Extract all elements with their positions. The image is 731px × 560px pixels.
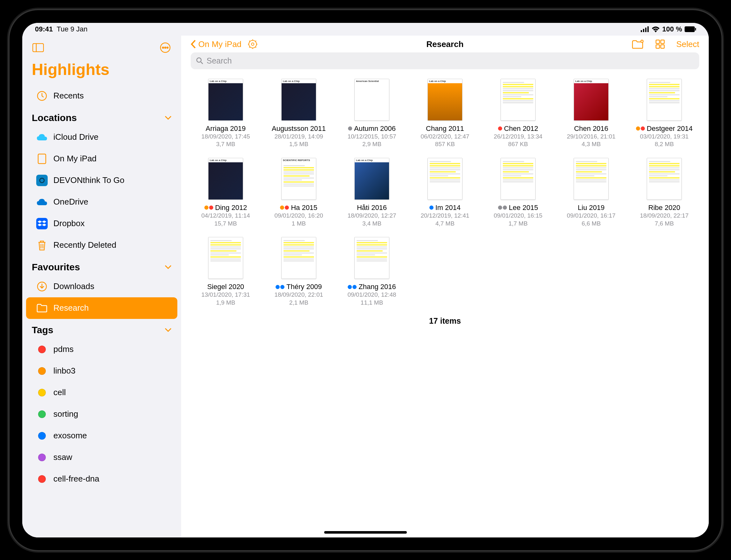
search-icon	[196, 57, 203, 64]
sidebar-item-label: Downloads	[53, 281, 94, 291]
file-item[interactable]: Siegel 2020 13/01/2020, 17:31 1,9 MB	[194, 237, 257, 307]
tag-dots	[636, 126, 645, 131]
tag-dots	[280, 206, 289, 210]
sidebar-tag-cell-free-dna[interactable]: cell-free-dna	[26, 468, 177, 490]
sidebar-tag-linbo3[interactable]: linbo3	[26, 360, 177, 382]
onedrive-icon	[36, 196, 48, 208]
sidebar-item-onedrive[interactable]: OneDrive	[26, 191, 177, 213]
sidebar-item-label: iCloud Drive	[53, 132, 98, 142]
sidebar: Highlights Recents Locations	[22, 36, 181, 537]
tag-dots	[275, 285, 284, 289]
page-title: Research	[426, 39, 464, 49]
file-thumbnail: SCIENTIFIC REPORTS	[281, 158, 316, 200]
svg-point-11	[167, 47, 168, 48]
item-count: 17 items	[194, 307, 696, 332]
file-size: 8,2 MB	[655, 140, 674, 148]
search-placeholder: Search	[206, 56, 232, 65]
sidebar-item-downloads[interactable]: Downloads	[26, 276, 177, 297]
back-button[interactable]: On My iPad	[191, 39, 257, 49]
wifi-icon	[652, 26, 660, 32]
sidebar-item-devonthink[interactable]: DEVONthink To Go	[26, 170, 177, 191]
search-input[interactable]: Search	[191, 52, 699, 69]
svg-rect-2	[645, 28, 646, 32]
sidebar-toggle-icon[interactable]	[32, 41, 44, 54]
file-item[interactable]: Destgeer 2014 03/01/2020, 19:31 8,2 MB	[633, 79, 696, 148]
sidebar-tag-cell[interactable]: cell	[26, 382, 177, 403]
file-thumbnail	[647, 79, 682, 121]
file-item[interactable]: Lab on a Chip Augustsson 2011 28/01/2019…	[267, 79, 330, 148]
file-item[interactable]: Ribe 2020 18/09/2020, 22:17 7,6 MB	[633, 158, 696, 227]
sidebar-item-label: Dropbox	[53, 219, 85, 228]
file-size: 2,9 MB	[362, 140, 382, 148]
file-date: 20/12/2019, 12:41	[421, 212, 469, 220]
file-date: 13/01/2020, 17:31	[201, 291, 250, 299]
file-item[interactable]: Lab on a Chip Chen 2016 29/10/2016, 21:0…	[559, 79, 623, 148]
file-date: 06/02/2020, 12:47	[421, 133, 469, 141]
svg-rect-24	[661, 40, 664, 44]
file-item[interactable]: Lab on a Chip Chang 2011 06/02/2020, 12:…	[413, 79, 477, 148]
file-size: 6,6 MB	[582, 220, 601, 228]
file-size: 11,1 MB	[361, 299, 383, 307]
file-size: 7,6 MB	[655, 220, 674, 228]
svg-rect-0	[641, 30, 642, 32]
file-item[interactable]: Lab on a Chip Ding 2012 04/12/2019, 11:1…	[194, 158, 257, 227]
svg-rect-13	[38, 154, 46, 164]
file-item[interactable]: Lee 2015 09/01/2020, 16:15 1,7 MB	[486, 158, 550, 227]
sidebar-item-label: exosome	[53, 431, 87, 441]
file-name: Ding 2012	[215, 204, 247, 212]
svg-rect-1	[643, 29, 644, 32]
file-date: 04/12/2019, 11:14	[201, 212, 250, 220]
sidebar-item-on-my-ipad[interactable]: On My iPad	[26, 148, 177, 170]
view-grid-icon[interactable]	[655, 39, 665, 49]
svg-line-28	[201, 62, 203, 64]
sidebar-item-label: Research	[53, 303, 89, 313]
sidebar-tag-sorting[interactable]: sorting	[26, 403, 177, 425]
file-date: 10/12/2015, 10:57	[347, 133, 396, 141]
file-item[interactable]: Zhang 2016 09/01/2020, 12:48 11,1 MB	[340, 237, 404, 307]
select-button[interactable]: Select	[676, 39, 699, 49]
favourites-header[interactable]: Favourites	[22, 256, 181, 276]
chevron-down-icon	[165, 116, 172, 120]
file-size: 3,4 MB	[362, 220, 382, 228]
svg-point-21	[251, 43, 254, 45]
file-name: Théry 2009	[286, 283, 321, 291]
file-size: 867 KB	[508, 140, 528, 148]
settings-gear-icon[interactable]	[248, 39, 257, 49]
file-item[interactable]: American Scientist Autumn 2006 10/12/201…	[340, 79, 404, 148]
locations-header[interactable]: Locations	[22, 107, 181, 126]
file-item[interactable]: SCIENTIFIC REPORTS Ha 2015 09/01/2020, 1…	[267, 158, 330, 227]
svg-rect-6	[33, 44, 44, 52]
file-item[interactable]: Lab on a Chip Håti 2016 18/09/2020, 12:2…	[340, 158, 404, 227]
sidebar-item-icloud[interactable]: iCloud Drive	[26, 126, 177, 148]
sidebar-item-trash[interactable]: Recently Deleted	[26, 234, 177, 256]
more-icon[interactable]	[159, 41, 172, 54]
file-size: 4,7 MB	[436, 220, 455, 228]
file-date: 09/01/2020, 16:20	[274, 212, 323, 220]
sidebar-recents[interactable]: Recents	[26, 85, 177, 107]
file-name: Augustsson 2011	[272, 125, 326, 133]
file-size: 1,5 MB	[289, 140, 308, 148]
svg-point-9	[162, 47, 164, 48]
svg-rect-16	[36, 218, 48, 229]
file-name: Lee 2015	[509, 204, 538, 212]
file-item[interactable]: Liu 2019 09/01/2020, 16:17 6,6 MB	[559, 158, 623, 227]
file-name: Håti 2016	[357, 204, 387, 212]
file-date: 03/01/2020, 19:31	[640, 133, 688, 141]
file-item[interactable]: Théry 2009 18/09/2020, 22:01 2,1 MB	[267, 237, 330, 307]
file-thumbnail: Lab on a Chip	[208, 158, 243, 200]
sidebar-item-dropbox[interactable]: Dropbox	[26, 213, 177, 234]
new-folder-icon[interactable]	[632, 39, 644, 49]
home-indicator[interactable]	[324, 531, 407, 534]
svg-rect-23	[656, 40, 660, 44]
file-item[interactable]: Im 2014 20/12/2019, 12:41 4,7 MB	[413, 158, 477, 227]
sidebar-tag-ssaw[interactable]: ssaw	[26, 447, 177, 468]
tags-header[interactable]: Tags	[22, 319, 181, 339]
file-thumbnail: American Scientist	[354, 79, 389, 121]
sidebar-tag-pdms[interactable]: pdms	[26, 339, 177, 360]
file-item[interactable]: Chen 2012 26/12/2019, 13:34 867 KB	[486, 79, 550, 148]
sidebar-tag-exosome[interactable]: exosome	[26, 425, 177, 447]
sidebar-item-research[interactable]: Research	[26, 297, 177, 319]
chevron-down-icon	[165, 328, 172, 332]
svg-point-10	[165, 47, 166, 48]
file-item[interactable]: Lab on a Chip Arriaga 2019 18/09/2020, 1…	[194, 79, 257, 148]
